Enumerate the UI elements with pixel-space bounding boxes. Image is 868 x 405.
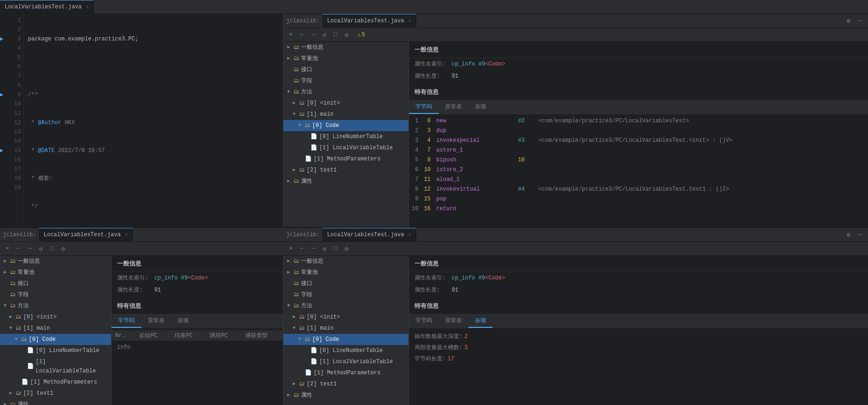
bl-tree-constpool[interactable]: ▶ 🗂 常量池	[0, 267, 111, 278]
forward-icon-br[interactable]: →	[309, 244, 318, 253]
tree-label: [0] Code	[312, 121, 339, 130]
bl-tab-exception[interactable]: 异常表	[141, 314, 171, 328]
folder-icon: 🗂	[299, 379, 305, 389]
br-tree-constpool[interactable]: ▶ 🗂 常量池	[283, 267, 408, 278]
stop-icon-br2[interactable]: □	[331, 244, 340, 253]
back-icon-bl[interactable]: ←	[14, 244, 23, 253]
jclasslib-top-tab[interactable]: LocalVariablesTest.java ×	[322, 14, 416, 27]
bl-tree-lvt[interactable]: ▶ 📄 [1] LocalVariableTable	[0, 356, 111, 377]
tree-item-general[interactable]: ▶ 🗂 一般信息	[283, 42, 408, 53]
br-tree-test1[interactable]: ▶ 🗂 [2] test1	[283, 378, 408, 390]
forward-icon-bl[interactable]: →	[25, 244, 34, 253]
misc-stack-label: 操作数栈最大深度:	[414, 332, 462, 341]
refresh-icon[interactable]: ↺	[320, 30, 329, 40]
tree-arrow: ▶	[287, 177, 292, 186]
tree-item-interface[interactable]: ▶ 🗂 接口	[283, 64, 408, 75]
bl-tree-interface[interactable]: ▶ 🗂 接口	[0, 278, 111, 289]
more-icon[interactable]: —	[856, 16, 865, 26]
bl-tree-main[interactable]: ▼ 🗂 [1] main	[0, 323, 111, 334]
br-tab-bytecode[interactable]: 字节码	[409, 314, 439, 328]
editor-tab-active[interactable]: LocalVariablesTest.java ×	[0, 0, 94, 13]
br-tree-lvt[interactable]: ▶ 📄 [1] LocalVariableTable	[283, 356, 408, 367]
tree-item-methodparams[interactable]: ▶ 📄 [1] MethodParameters	[283, 153, 408, 165]
gear-icon[interactable]: ⚙	[844, 16, 853, 26]
tree-item-code[interactable]: ▼ 🗂 [0] Code	[283, 120, 408, 131]
tree-label: [1] MethodParameters	[30, 378, 97, 387]
folder-icon: 🗂	[10, 290, 16, 299]
back-icon[interactable]: ←	[297, 30, 307, 40]
tree-label: 方法	[18, 301, 29, 311]
bl-tab-bytecode[interactable]: 字节码	[112, 314, 141, 328]
bl-tab-misc[interactable]: 杂项	[171, 314, 195, 328]
folder-icon: 🗂	[299, 110, 305, 119]
forward-icon[interactable]: →	[309, 30, 318, 40]
editor-tab-close[interactable]: ×	[86, 5, 89, 10]
br-tab-misc[interactable]: 杂项	[468, 314, 493, 328]
exc-col-jump: 跳转PC	[206, 330, 242, 341]
tree-item-main[interactable]: ▼ 🗂 [1] main	[283, 109, 408, 120]
bottom-right-tab[interactable]: LocalVariablesTest.java ×	[322, 228, 416, 241]
tree-item-fields[interactable]: ▶ 🗂 字段	[283, 75, 408, 86]
tree-item-test1[interactable]: ▶ 🗂 [2] test1	[283, 165, 408, 176]
tree-item-linenumber[interactable]: ▶ 📄 [0] LineNumberTable	[283, 131, 408, 142]
br-tree-fields[interactable]: ▶ 🗂 字段	[283, 289, 408, 300]
more-icon-br[interactable]: —	[856, 230, 865, 239]
target-icon[interactable]: ◎	[342, 30, 351, 40]
bl-attr-name-extra: <Code>	[188, 273, 208, 283]
br-tree-params[interactable]: ▶ 📄 [1] MethodParameters	[283, 367, 408, 378]
br-tree-methods[interactable]: ▼ 🗂 方法	[283, 300, 408, 312]
attr-name-row: 属性名索引: cp_info #9 <Code>	[409, 58, 868, 70]
br-specific-header: 特有信息	[409, 298, 868, 314]
tab-exception-top[interactable]: 异常表	[439, 100, 468, 114]
tree-label: [1] LocalVariableTable	[36, 357, 107, 376]
bl-tree-test1[interactable]: ▶ 🗂 [2] test1	[0, 388, 111, 399]
refresh-icon-br[interactable]: ↺	[320, 244, 329, 253]
back-icon-br[interactable]: ←	[297, 244, 307, 253]
stop-icon[interactable]: □	[331, 30, 340, 40]
stop-icon-bl[interactable]: □	[47, 244, 57, 253]
jclasslib-top-tab-close[interactable]: ×	[408, 19, 411, 24]
bottom-right-tab-close[interactable]: ×	[408, 232, 411, 238]
exc-col-end: 结束PC	[171, 330, 206, 341]
tab-bytecode-top[interactable]: 字节码	[409, 100, 439, 114]
close-icon[interactable]: ×	[286, 30, 296, 40]
bl-tree-attrs[interactable]: ▶ 🗂 属性	[0, 399, 111, 405]
jclasslib-top-tabbar: jclasslib: LocalVariablesTest.java × ⚙ —	[283, 14, 868, 28]
bl-tree-general[interactable]: ▶ 🗂 一般信息	[0, 256, 111, 267]
br-tree-init[interactable]: ▶ 🗂 [0] <init>	[283, 312, 408, 323]
target-icon-bl[interactable]: ◎	[59, 244, 68, 253]
br-tree-general[interactable]: ▶ 🗂 一般信息	[283, 256, 408, 267]
tree-arrow: ▼	[15, 335, 20, 344]
gear-icon-br[interactable]: ⚙	[844, 230, 853, 239]
tree-item-methods[interactable]: ▼ 🗂 方法	[283, 86, 408, 98]
target-icon-br2[interactable]: ◎	[342, 244, 351, 253]
bl-tree-fields[interactable]: ▶ 🗂 字段	[0, 289, 111, 300]
br-tree-code[interactable]: ▼ 🗂 [0] Code	[283, 334, 408, 345]
folder-icon: 🗂	[10, 301, 16, 311]
br-attr-len-label: 属性长度:	[414, 285, 452, 295]
bl-tree-methods[interactable]: ▼ 🗂 方法	[0, 300, 111, 312]
br-tree-line[interactable]: ▶ 📄 [0] LineNumberTable	[283, 345, 408, 356]
bl-tree-line[interactable]: ▶ 📄 [0] LineNumberTable	[0, 345, 111, 356]
tree-panel-top: ▶ 🗂 一般信息 ▶ 🗂 常量池 ▶ 🗂 接口	[283, 42, 409, 227]
close-icon-bl[interactable]: ×	[3, 244, 12, 253]
close-icon-br[interactable]: ×	[286, 244, 296, 253]
tab-misc-top[interactable]: 杂项	[468, 100, 493, 114]
tree-arrow: ▶	[9, 389, 14, 398]
bl-tree-init[interactable]: ▶ 🗂 [0] <init>	[0, 312, 111, 323]
tree-item-init[interactable]: ▶ 🗂 [0] <init>	[283, 98, 408, 109]
tree-item-constpool[interactable]: ▶ 🗂 常量池	[283, 53, 408, 64]
refresh-icon-bl[interactable]: ↺	[36, 244, 46, 253]
br-tree-main[interactable]: ▼ 🗂 [1] main	[283, 323, 408, 334]
br-tree-interface[interactable]: ▶ 🗂 接口	[283, 278, 408, 289]
bl-tree-params[interactable]: ▶ 📄 [1] MethodParameters	[0, 377, 111, 388]
tree-arrow: ▶	[287, 391, 292, 400]
bl-tree-code[interactable]: ▼ 🗂 [0] Code	[0, 334, 111, 345]
folder-icon: 🗂	[294, 54, 299, 63]
tree-item-lvt[interactable]: ▶ 📄 [1] LocalVariableTable	[283, 142, 408, 153]
br-tab-exception[interactable]: 异常表	[439, 314, 468, 328]
tree-item-attrs[interactable]: ▶ 🗂 属性	[283, 176, 408, 187]
bottom-left-tab-close[interactable]: ×	[125, 232, 128, 238]
br-tree-attrs[interactable]: ▶ 🗂 属性	[283, 390, 408, 401]
bottom-left-tab[interactable]: LocalVariablesTest.java ×	[39, 228, 133, 241]
